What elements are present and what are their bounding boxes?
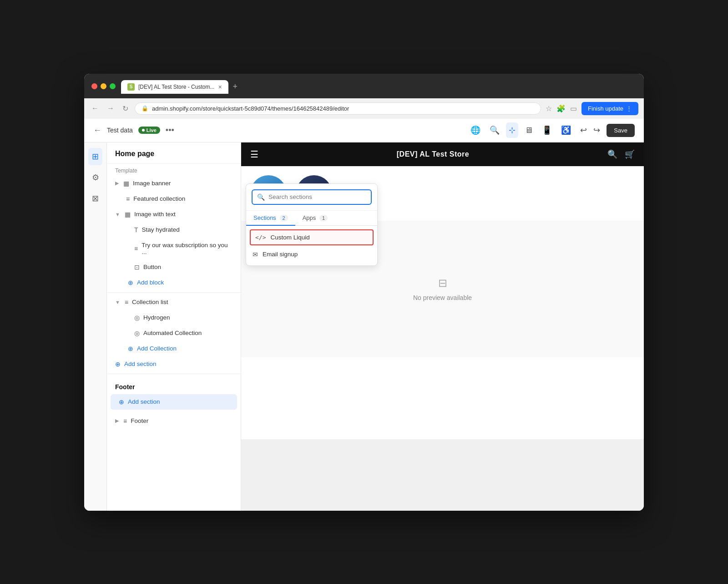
store-title: [DEV] AL Test Store xyxy=(397,150,469,158)
no-preview-icon: ⊟ xyxy=(438,277,447,289)
footer-icon: ≡ xyxy=(123,417,127,425)
address-text: admin.shopify.com/store/quickstart-5c89d… xyxy=(152,105,349,112)
sidebar-item-automated-collection[interactable]: ◎ Automated Collection xyxy=(107,325,241,341)
add-section-button[interactable]: ⊕ Add section xyxy=(107,356,241,372)
template-label: Template xyxy=(107,164,241,176)
refresh-button[interactable]: ↻ xyxy=(121,102,130,115)
image-banner-icon: ▦ xyxy=(123,180,129,187)
footer-heading: Footer xyxy=(107,376,241,394)
live-badge: Live xyxy=(138,127,160,134)
custom-liquid-icon: </> xyxy=(255,234,266,241)
footer-add-section-button[interactable]: ⊕ Add section xyxy=(111,394,237,410)
new-tab-button[interactable]: + xyxy=(228,79,243,94)
address-bar[interactable]: 🔒 admin.shopify.com/store/quickstart-5c8… xyxy=(135,102,541,115)
extensions-button[interactable]: 🧩 xyxy=(556,104,566,113)
sidebar-item-image-with-text[interactable]: ▼ ▦ Image with text xyxy=(107,207,241,222)
chevron-down-icon-2: ▼ xyxy=(115,300,120,305)
sidebar-item-button[interactable]: ⊡ Button xyxy=(107,259,241,275)
live-dot xyxy=(142,129,145,132)
redo-button[interactable]: ↪ xyxy=(591,122,603,138)
forward-button[interactable]: → xyxy=(105,102,116,114)
featured-collection-label: Featured collection xyxy=(133,195,185,202)
sections-tab-label: Sections xyxy=(253,214,276,221)
search-button[interactable]: 🔍 xyxy=(487,122,502,138)
button-label: Button xyxy=(143,264,161,270)
back-button[interactable]: ← xyxy=(90,102,101,114)
topbar-more-button[interactable]: ••• xyxy=(166,126,174,135)
sidebar-icon-settings[interactable]: ⚙ xyxy=(88,169,103,186)
email-signup-label: Email signup xyxy=(263,251,298,258)
add-collection-plus-icon: ⊕ xyxy=(128,345,133,352)
button-icon: ⊡ xyxy=(134,264,140,271)
finish-update-label: Finish update xyxy=(588,105,623,112)
tab-title: [DEV] AL Test Store - Custom... xyxy=(138,84,214,90)
close-dot[interactable] xyxy=(91,83,97,89)
minimize-dot[interactable] xyxy=(101,83,106,89)
finish-update-more-icon: ⋮ xyxy=(626,105,632,112)
apps-tab-count: 1 xyxy=(319,215,328,221)
sidebar-icon-sections[interactable]: ⊞ xyxy=(88,148,102,165)
sidebar-item-featured-collection[interactable]: ≡ Featured collection xyxy=(107,191,241,207)
search-input-wrap: 🔍 xyxy=(246,184,377,211)
sidebar-item-stay-hydrated[interactable]: T Stay hydrated xyxy=(107,222,241,238)
divider-2 xyxy=(107,374,241,374)
add-collection-label: Add Collection xyxy=(137,345,177,352)
mobile-view-button[interactable]: 📱 xyxy=(539,122,555,138)
tab-close-button[interactable]: × xyxy=(218,83,222,91)
add-section-label: Add section xyxy=(124,361,157,367)
tab-sections[interactable]: Sections 2 xyxy=(246,211,295,226)
sidebar-item-hydrogen[interactable]: ◎ Hydrogen xyxy=(107,310,241,325)
add-section-plus-icon: ⊕ xyxy=(115,361,121,368)
store-cart-icon[interactable]: 🛒 xyxy=(625,149,635,159)
add-block-plus-icon: ⊕ xyxy=(128,279,133,286)
search-sections-input[interactable] xyxy=(268,193,366,200)
chevron-right-icon: ▶ xyxy=(115,180,119,186)
bookmark-button[interactable]: ☆ xyxy=(546,104,552,113)
search-input-inner: 🔍 xyxy=(252,189,372,205)
chevron-down-icon: ▼ xyxy=(115,212,120,217)
desktop-view-button[interactable]: 🖥 xyxy=(522,123,536,138)
sidebar-icon-apps[interactable]: ⊠ xyxy=(88,190,102,207)
image-banner-label: Image banner xyxy=(133,180,171,187)
wax-subscription-label: Try our wax subscription so you ... xyxy=(142,242,233,255)
sidebar-item-image-banner[interactable]: ▶ ▦ Image banner xyxy=(107,176,241,191)
select-tool-button[interactable]: ⊹ xyxy=(506,122,518,138)
search-icon: 🔍 xyxy=(257,193,265,201)
search-dropdown: 🔍 Sections 2 Apps 1 xyxy=(246,183,378,266)
dropdown-item-custom-liquid[interactable]: </> Custom Liquid xyxy=(250,229,374,245)
automated-collection-label: Automated Collection xyxy=(143,330,202,336)
custom-liquid-label: Custom Liquid xyxy=(270,234,309,241)
footer-add-section-label: Add section xyxy=(128,398,160,405)
footer-chevron-icon: ▶ xyxy=(115,418,119,424)
profile-button[interactable]: ▭ xyxy=(570,104,577,113)
dropdown-item-email-signup[interactable]: ✉ Email signup xyxy=(246,246,377,263)
footer-label: Footer xyxy=(131,417,148,424)
save-button[interactable]: Save xyxy=(607,124,635,137)
sidebar-item-wax-subscription[interactable]: ≡ Try our wax subscription so you ... xyxy=(107,238,241,259)
sidebar-item-collection-list[interactable]: ▼ ≡ Collection list xyxy=(107,295,241,310)
email-icon: ✉ xyxy=(253,251,258,258)
store-header: ☰ [DEV] AL Test Store 🔍 🛒 xyxy=(241,142,644,166)
collection-list-label: Collection list xyxy=(132,299,168,305)
stay-hydrated-label: Stay hydrated xyxy=(142,226,180,233)
main-content: ⊞ ⚙ ⊠ Home page Template ▶ ▦ Image banne… xyxy=(84,142,644,511)
add-collection-button[interactable]: ⊕ Add Collection xyxy=(107,341,241,356)
maximize-dot[interactable] xyxy=(110,83,116,89)
finish-update-button[interactable]: Finish update ⋮ xyxy=(581,102,638,115)
app-topbar: ← Test data Live ••• 🌐 🔍 ⊹ 🖥 📱 ♿ ↩ ↪ xyxy=(84,119,644,142)
sections-tab-count: 2 xyxy=(280,215,288,221)
globe-button[interactable]: 🌐 xyxy=(468,122,483,138)
dropdown-tabs: Sections 2 Apps 1 xyxy=(246,211,377,226)
accessibility-button[interactable]: ♿ xyxy=(558,122,574,138)
image-with-text-icon: ▦ xyxy=(125,211,131,218)
browser-tab[interactable]: S [DEV] AL Test Store - Custom... × xyxy=(121,80,228,94)
topbar-back-button[interactable]: ← xyxy=(93,126,101,135)
store-search-icon[interactable]: 🔍 xyxy=(607,149,617,159)
tab-apps[interactable]: Apps 1 xyxy=(295,211,335,226)
preview-area: ☰ [DEV] AL Test Store 🔍 🛒 xyxy=(241,142,644,511)
sidebar-item-footer[interactable]: ▶ ≡ Footer xyxy=(107,413,241,429)
sidebar-icons: ⊞ ⚙ ⊠ xyxy=(84,142,107,511)
undo-button[interactable]: ↩ xyxy=(577,122,590,138)
dropdown-items: </> Custom Liquid ✉ Email signup xyxy=(246,226,377,265)
add-block-button[interactable]: ⊕ Add block xyxy=(107,275,241,290)
